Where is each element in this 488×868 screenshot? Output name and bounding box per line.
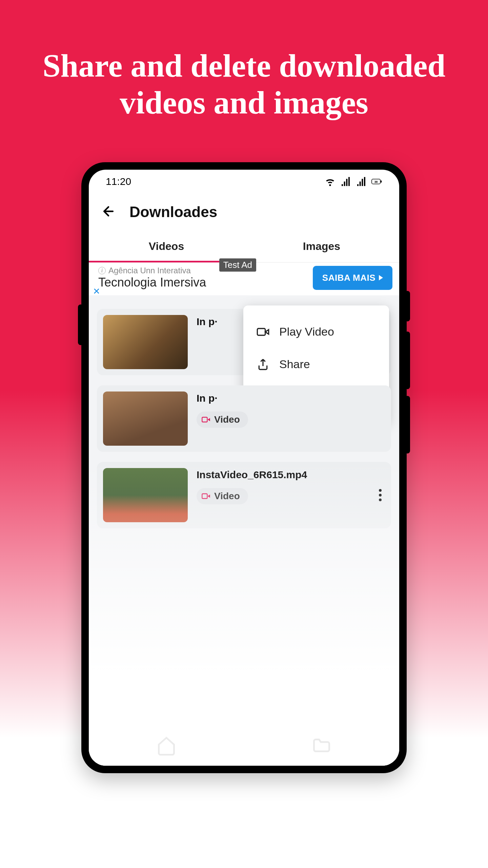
menu-play-label: Play Video <box>279 325 334 338</box>
battery-icon: 38 <box>371 176 382 187</box>
list-item[interactable]: In p· Video <box>97 385 391 452</box>
tabs: Videos Images <box>89 231 399 262</box>
ad-test-badge: Test Ad <box>219 258 256 272</box>
svg-rect-3 <box>257 329 265 335</box>
downloads-list: In p· Play Video Share Delete <box>89 295 399 766</box>
svg-rect-5 <box>202 494 207 499</box>
svg-rect-1 <box>381 180 382 182</box>
ad-text: i Agência Unn Interativa Tecnologia Imer… <box>98 266 309 290</box>
play-icon <box>379 275 383 280</box>
app-bar: Downloades <box>89 193 399 231</box>
status-icons: 38 <box>325 176 382 187</box>
list-item[interactable]: InstaVideo_6R615.mp4 Video <box>97 462 391 528</box>
status-time: 11:20 <box>106 176 131 187</box>
menu-share[interactable]: Share <box>247 348 386 381</box>
item-title: In p· <box>197 391 385 405</box>
home-icon[interactable] <box>156 735 177 756</box>
phone-button-left <box>78 304 83 345</box>
phone-button-right <box>405 291 410 321</box>
bottom-nav <box>89 725 399 766</box>
ad-headline: Tecnologia Imersiva <box>98 275 309 290</box>
phone-screen: 11:20 38 Downloades Videos Images Test A… <box>89 170 399 766</box>
svg-rect-4 <box>202 417 207 422</box>
share-icon <box>256 358 270 371</box>
ad-advertiser-label: Agência Unn Interativa <box>108 266 191 275</box>
tab-videos[interactable]: Videos <box>89 231 244 262</box>
item-title: InstaVideo_6R615.mp4 <box>197 468 385 481</box>
ad-cta-button[interactable]: SAIBA MAIS <box>313 266 392 290</box>
signal-icon <box>340 176 351 187</box>
ad-cta-label: SAIBA MAIS <box>322 273 375 283</box>
back-button[interactable] <box>101 204 116 220</box>
video-thumbnail <box>103 315 188 369</box>
video-icon <box>256 325 270 339</box>
video-thumbnail <box>103 391 188 446</box>
chip-label: Video <box>214 414 240 425</box>
signal-icon <box>356 176 367 187</box>
menu-share-label: Share <box>279 358 310 371</box>
info-icon: i <box>98 267 106 274</box>
svg-text:38: 38 <box>374 180 378 184</box>
video-icon <box>201 415 211 424</box>
ad-advertiser: i Agência Unn Interativa <box>98 266 309 275</box>
phone-frame: 11:20 38 Downloades Videos Images Test A… <box>81 162 407 773</box>
type-chip: Video <box>197 488 248 504</box>
wifi-icon <box>325 176 336 187</box>
hero-title: Share and delete downloaded videos and i… <box>0 0 488 142</box>
phone-button-right <box>405 396 410 453</box>
tab-images[interactable]: Images <box>244 231 399 262</box>
phone-button-right <box>405 332 410 389</box>
menu-play-video[interactable]: Play Video <box>247 316 386 348</box>
video-thumbnail <box>103 468 188 522</box>
ad-banner[interactable]: Test Ad ✕ i Agência Unn Interativa Tecno… <box>89 262 399 295</box>
arrow-left-icon <box>101 204 116 219</box>
more-button[interactable] <box>379 489 382 501</box>
folder-icon[interactable] <box>311 735 332 756</box>
video-icon <box>201 491 211 501</box>
page-title: Downloades <box>129 204 217 220</box>
status-bar: 11:20 38 <box>89 170 399 193</box>
list-item[interactable]: In p· Play Video Share Delete <box>97 309 391 375</box>
chip-label: Video <box>214 491 240 502</box>
type-chip: Video <box>197 411 248 428</box>
